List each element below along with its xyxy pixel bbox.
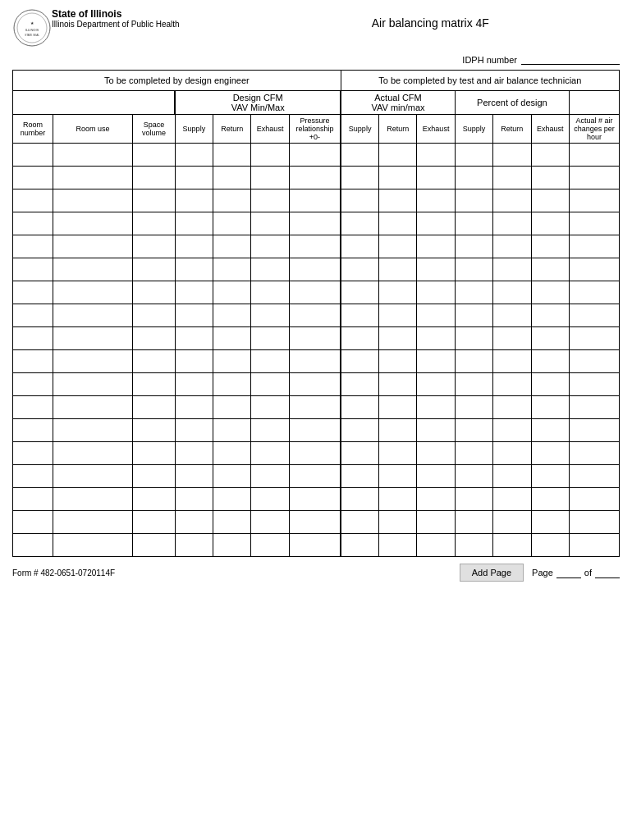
actual-cfm-sub: VAV min/max: [343, 103, 453, 112]
footer: Form # 482-0651-0720114F Add Page Page o…: [12, 564, 620, 582]
idph-number-field[interactable]: [521, 54, 620, 65]
design-cfm-sub: VAV Min/Max: [177, 103, 338, 112]
main-table: To be completed by design engineer To be…: [12, 70, 620, 557]
actual-cfm-header: Actual CFM VAV min/max: [341, 91, 455, 115]
table-row: [13, 235, 620, 258]
of-label: of: [584, 568, 592, 578]
table-row: [13, 167, 620, 189]
col-return-percent: Return: [493, 115, 531, 144]
idph-row: IDPH number: [12, 54, 620, 65]
idph-label: IDPH number: [462, 55, 517, 65]
table-row: [13, 511, 620, 534]
form-number: Form # 482-0651-0720114F: [12, 568, 115, 578]
add-page-button[interactable]: Add Page: [460, 564, 524, 582]
col-supply-actual: Supply: [341, 115, 378, 144]
empty-top-left: [13, 91, 176, 115]
table-row: [13, 212, 620, 235]
header: ★ ILLINOIS STATE SEAL State of Illinois …: [12, 8, 620, 48]
section-right-header: To be completed by test and air balance …: [341, 71, 619, 91]
percent-label: Percent of design: [457, 98, 567, 107]
svg-text:★: ★: [30, 21, 34, 25]
header-state-info: State of Illinois Illinois Department of…: [52, 8, 241, 29]
col-exhaust-actual: Exhaust: [417, 115, 455, 144]
page-info: Page of: [532, 568, 620, 578]
col-return-design: Return: [213, 115, 251, 144]
page-label: Page: [532, 568, 553, 578]
col-supply-design: Supply: [175, 115, 213, 144]
dept-name: Illinois Department of Public Health: [52, 20, 241, 29]
table-row: [13, 396, 620, 419]
design-cfm-label: Design CFM: [177, 93, 338, 103]
air-changes-empty: [569, 91, 619, 115]
table-row: [13, 488, 620, 511]
page-title: Air balancing matrix 4F: [241, 8, 620, 30]
table-row: [13, 144, 620, 167]
actual-cfm-label: Actual CFM: [343, 93, 453, 103]
table-row: [13, 327, 620, 350]
table-row: [13, 258, 620, 281]
footer-right: Add Page Page of: [460, 564, 620, 582]
table-row: [13, 419, 620, 442]
col-space-volume: Space volume: [133, 115, 175, 144]
col-room-number: Room number: [13, 115, 53, 144]
col-return-actual: Return: [379, 115, 417, 144]
col-supply-percent: Supply: [455, 115, 492, 144]
col-exhaust-design: Exhaust: [251, 115, 289, 144]
col-air-changes: Actual # air changes per hour: [569, 115, 619, 144]
percent-header: Percent of design: [455, 91, 569, 115]
page: ★ ILLINOIS STATE SEAL State of Illinois …: [0, 0, 632, 840]
total-pages-field[interactable]: [595, 568, 620, 578]
table-row: [13, 534, 620, 557]
table-row: [13, 189, 620, 212]
svg-text:ILLINOIS: ILLINOIS: [25, 28, 39, 32]
design-cfm-header: Design CFM VAV Min/Max: [175, 91, 341, 115]
col-pressure-rel: Pressure relationship +0-: [289, 115, 341, 144]
table-row: [13, 350, 620, 373]
state-name: State of Illinois: [52, 8, 241, 20]
state-seal-icon: ★ ILLINOIS STATE SEAL: [12, 8, 52, 48]
table-row: [13, 465, 620, 488]
table-row: [13, 281, 620, 304]
col-exhaust-percent: Exhaust: [531, 115, 569, 144]
col-room-use: Room use: [53, 115, 133, 144]
svg-text:STATE SEAL: STATE SEAL: [25, 34, 39, 37]
table-row: [13, 442, 620, 465]
table-row: [13, 304, 620, 327]
page-number-field[interactable]: [556, 568, 581, 578]
section-left-header: To be completed by design engineer: [13, 71, 341, 91]
table-row: [13, 373, 620, 396]
